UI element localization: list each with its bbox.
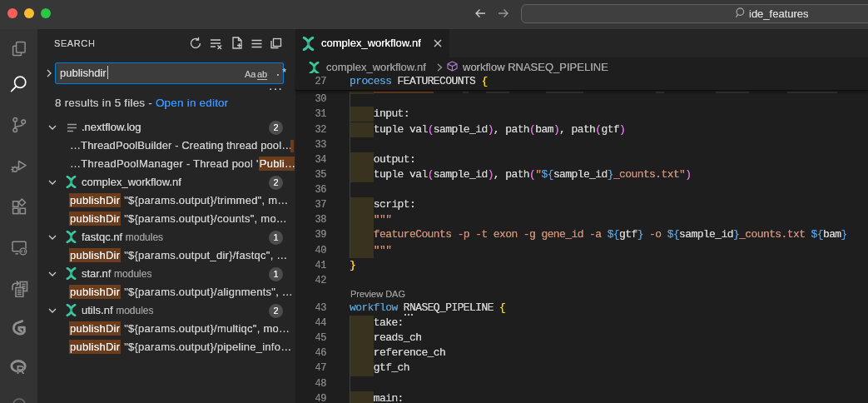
svg-text:R: R [17,363,25,376]
